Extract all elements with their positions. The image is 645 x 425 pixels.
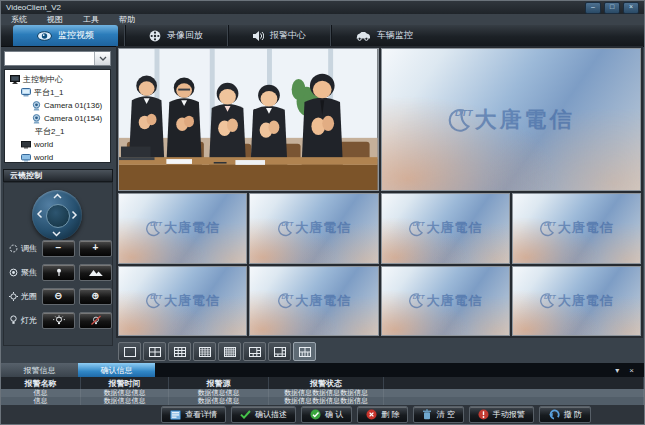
confirm-desc-button[interactable]: 确认描述: [231, 406, 296, 423]
focus-far-button[interactable]: [79, 264, 112, 281]
column-header[interactable]: 报警源: [169, 377, 269, 389]
iris-close-button[interactable]: ⊖: [42, 288, 75, 305]
tree-node[interactable]: 主控制中心: [5, 73, 110, 86]
window-controls: –□×: [585, 2, 639, 14]
button-label: 删 除: [381, 409, 399, 420]
speaker-icon: [252, 30, 264, 42]
button-label: 确认描述: [255, 409, 287, 420]
joystick-down-button[interactable]: [52, 231, 62, 238]
alarm-row[interactable]: 信息数据信息信息数据信息信息数据信息数据信息数据信息: [1, 389, 644, 397]
tree-node[interactable]: 平台1_1: [5, 86, 110, 99]
column-header[interactable]: 报警时间: [81, 377, 169, 389]
chevron-down-icon[interactable]: [94, 52, 110, 65]
ptz-panel: 调焦−+ 聚焦 光圈⊖⊕ 灯光: [3, 182, 113, 346]
video-cell-7[interactable]: DTT 大唐電信: [249, 266, 378, 337]
minimize-button[interactable]: –: [585, 2, 601, 14]
menu-item-help[interactable]: 帮助: [109, 14, 145, 25]
video-cell-5[interactable]: DTT 大唐電信: [512, 193, 641, 264]
zoom-out-button[interactable]: −: [42, 240, 75, 257]
zoom-out-glyph: −: [56, 243, 62, 253]
clear-button[interactable]: 清 空: [413, 406, 463, 423]
collapse-panel-icon[interactable]: ▾: [615, 366, 619, 375]
manual-alarm-icon: [478, 409, 489, 420]
tree-node[interactable]: Camera 01(136): [5, 99, 110, 112]
video-cell-main[interactable]: [118, 48, 379, 191]
layout-16-button[interactable]: [193, 342, 216, 361]
tab-label: 报警中心: [270, 29, 306, 42]
iris-open-button[interactable]: ⊕: [79, 288, 112, 305]
joystick-right-button[interactable]: [72, 210, 79, 220]
light-off-button[interactable]: [79, 312, 112, 329]
tab-label: 车辆监控: [377, 29, 413, 42]
column-header[interactable]: 报警状态: [269, 377, 384, 389]
layout-9-button[interactable]: [168, 342, 191, 361]
ptz-label-iris: 光圈: [9, 291, 42, 302]
tree-node[interactable]: Camera 01(154): [5, 112, 110, 125]
disarm-button[interactable]: 撤 防: [539, 406, 591, 423]
confirm-icon: [310, 409, 321, 420]
tab-monitor-video[interactable]: 监控视频: [13, 25, 118, 46]
joystick-up-button[interactable]: [52, 192, 62, 199]
layout-25-button[interactable]: [218, 342, 241, 361]
detail-button[interactable]: 查看详情: [161, 406, 226, 423]
manual-alarm-button[interactable]: 手动报警: [469, 406, 534, 423]
alarm-tab-alarm-info[interactable]: 报警信息: [1, 363, 78, 377]
datang-watermark: DTT 大唐電信: [513, 267, 640, 336]
video-cell-3[interactable]: DTT 大唐電信: [249, 193, 378, 264]
video-cell-9[interactable]: DTT 大唐電信: [512, 266, 641, 337]
focus-icon: [9, 268, 18, 277]
tree-node[interactable]: world: [5, 138, 110, 151]
tree-node[interactable]: 平台2_1: [5, 125, 110, 138]
ptz-panel-header: 云镜控制: [3, 169, 113, 182]
video-cell-4[interactable]: DTT 大唐電信: [381, 193, 510, 264]
menu-item-system[interactable]: 系统: [1, 14, 37, 25]
light-on-button[interactable]: [42, 312, 75, 329]
tab-alarm-center[interactable]: 报警中心: [227, 25, 330, 46]
layout-4-button[interactable]: [143, 342, 166, 361]
tree-node[interactable]: world: [5, 151, 110, 163]
clear-icon: [422, 409, 432, 420]
close-panel-icon[interactable]: ×: [629, 366, 634, 375]
focus-near-button[interactable]: [42, 264, 75, 281]
device-select-input[interactable]: [5, 52, 94, 65]
video-cell-2[interactable]: DTT 大唐電信: [118, 193, 247, 264]
layout-1-button[interactable]: [118, 342, 141, 361]
layout-6-button[interactable]: [243, 342, 266, 361]
alarm-table: 信息数据信息信息数据信息信息数据信息数据信息数据信息信息数据信息信息数据信息信息…: [1, 389, 644, 405]
nav-toolbar: 监控视频 录像回放 报警中心 车辆监控: [1, 25, 644, 47]
zoom-in-button[interactable]: +: [79, 240, 112, 257]
maximize-button[interactable]: □: [604, 2, 620, 14]
alarm-cell: 数据信息信息: [169, 397, 269, 405]
menu-item-view[interactable]: 视图: [37, 14, 73, 25]
button-label: 手动报警: [493, 409, 525, 420]
tab-vehicle-monitor[interactable]: 车辆监控: [330, 25, 437, 46]
close-button[interactable]: ×: [623, 2, 639, 14]
video-cell-8[interactable]: DTT 大唐電信: [381, 266, 510, 337]
tab-playback[interactable]: 录像回放: [124, 25, 227, 46]
alarm-row[interactable]: 信息数据信息信息数据信息信息数据信息数据信息数据信息: [1, 397, 644, 405]
layout-8-button[interactable]: [268, 342, 291, 361]
confirm-button[interactable]: 确 认: [301, 406, 352, 423]
datang-watermark: DTT 大唐電信: [250, 267, 377, 336]
joystick-left-button[interactable]: [36, 210, 43, 220]
column-header[interactable]: 报警名称: [1, 377, 81, 389]
video-cell-1[interactable]: DTT 大唐電信: [381, 48, 642, 191]
layout-10-button[interactable]: [293, 342, 316, 361]
watermark-abbr: DTT: [150, 294, 162, 300]
device-select[interactable]: [4, 51, 111, 66]
ptz-label-text: 光圈: [21, 291, 37, 302]
device-dark-icon: [21, 141, 31, 149]
alarm-tab-confirm-info[interactable]: 确认信息: [78, 363, 155, 377]
panel-controls: ▾ ×: [615, 363, 644, 377]
menu-item-tools[interactable]: 工具: [73, 14, 109, 25]
tab-label: 监控视频: [58, 29, 94, 42]
ptz-joystick[interactable]: [32, 190, 82, 240]
alarm-cell: 数据信息信息: [169, 389, 269, 397]
detail-icon: [170, 410, 181, 420]
joystick-hub[interactable]: [46, 204, 70, 228]
video-cell-6[interactable]: DTT 大唐電信: [118, 266, 247, 337]
layout-1-icon: [123, 346, 137, 358]
alarm-cell-filler: [384, 397, 644, 405]
delete-button[interactable]: 删 除: [357, 406, 408, 423]
watermark-name: 大唐電信: [426, 219, 482, 237]
